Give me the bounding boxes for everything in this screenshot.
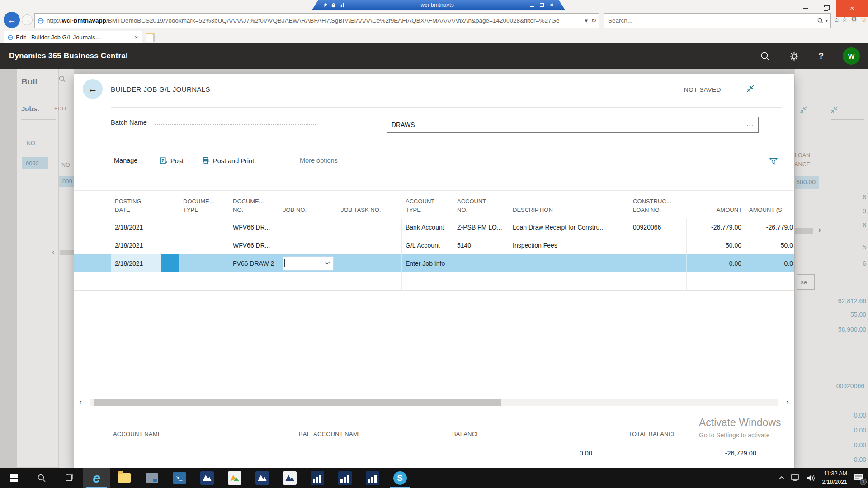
taskbar-dynamics-nav-icon[interactable] xyxy=(193,468,221,488)
taskbar-search-icon[interactable] xyxy=(28,468,55,488)
task-view-icon[interactable] xyxy=(55,468,83,488)
cell-construction-loan-no[interactable] xyxy=(629,236,687,254)
table-row[interactable]: 2/18/2021 WFV66 DR... G/L Account 5140 I… xyxy=(74,236,794,254)
cell-job-no[interactable] xyxy=(279,254,337,272)
help-icon[interactable]: ? xyxy=(818,51,824,61)
taskbar-dynamics-nav-icon[interactable] xyxy=(276,468,303,488)
batch-name-input[interactable] xyxy=(387,121,746,128)
new-tab-button[interactable] xyxy=(146,33,155,42)
cell-account-type[interactable]: Enter Job Info xyxy=(402,254,453,272)
start-button[interactable] xyxy=(0,468,28,488)
cell-description[interactable]: Loan Draw Receipt for Constru... xyxy=(509,218,629,236)
cell-construction-loan-no[interactable] xyxy=(629,254,687,272)
scrollbar-thumb[interactable] xyxy=(94,399,501,406)
cell-posting-date[interactable]: 2/18/2021 xyxy=(111,218,161,236)
search-input[interactable] xyxy=(604,17,817,24)
cell-job-task-no[interactable] xyxy=(337,236,402,254)
taskbar-report-chart-icon[interactable] xyxy=(303,468,331,488)
network-icon[interactable] xyxy=(791,474,800,482)
cell-account-no[interactable]: Z-PSB FM LO... xyxy=(453,218,509,236)
search-dropdown-icon[interactable]: ▾ xyxy=(826,18,828,23)
cell-document-type[interactable] xyxy=(179,254,229,272)
cell-amount-lcy[interactable]: 50.0 xyxy=(745,236,794,254)
col-job-task-no[interactable]: JOB TASK NO. xyxy=(337,206,402,218)
rdp-close-button[interactable]: × xyxy=(550,3,553,7)
cell-account-type[interactable]: G/L Account xyxy=(402,236,453,254)
col-document-type[interactable]: DOCUME... TYPE xyxy=(179,197,229,218)
taskbar-dynamics-nav-icon[interactable] xyxy=(248,468,276,488)
col-document-no[interactable]: DOCUME... NO. xyxy=(229,197,279,218)
col-amount[interactable]: AMOUNT xyxy=(687,206,745,218)
cell-document-no[interactable]: WFV66 DR... xyxy=(229,218,279,236)
post-and-print-button[interactable]: Post and Print xyxy=(202,157,254,164)
taskbar-powershell-icon[interactable]: >_ xyxy=(165,468,193,488)
job-no-input[interactable] xyxy=(285,260,324,267)
col-construction-loan-no[interactable]: CONSTRUC... LOAN NO. xyxy=(629,197,687,218)
tray-chevron-up-icon[interactable] xyxy=(778,476,785,480)
table-row-empty[interactable] xyxy=(74,272,794,291)
browser-tab[interactable]: Edit - Builder Job G/L Journals... × xyxy=(4,31,142,43)
cell-description[interactable]: Inspection Fees xyxy=(509,236,629,254)
cell-document-type[interactable] xyxy=(179,236,229,254)
back-button[interactable]: ← xyxy=(4,12,20,28)
cell-amount-lcy[interactable]: 0.0 xyxy=(745,254,794,272)
cell-job-no[interactable] xyxy=(279,218,337,236)
search-icon[interactable] xyxy=(817,17,824,24)
browser-restore-button[interactable] xyxy=(816,0,836,17)
app-search-icon[interactable] xyxy=(760,51,770,61)
job-no-combobox[interactable] xyxy=(283,257,333,270)
taskbar-ie-icon[interactable]: e xyxy=(83,468,110,488)
col-amount-lcy[interactable]: AMOUNT (S xyxy=(745,206,794,218)
cell-amount-lcy[interactable]: -26,779.0 xyxy=(745,218,794,236)
rdp-minimize-button[interactable] xyxy=(530,3,535,7)
app-gear-icon[interactable] xyxy=(789,51,799,61)
cell-description[interactable] xyxy=(509,254,629,272)
cell-account-no[interactable] xyxy=(453,254,509,272)
cell-posting-date[interactable]: 2/18/2021 xyxy=(111,236,161,254)
taskbar-report-chart-icon[interactable] xyxy=(331,468,359,488)
taskbar-server-manager-icon[interactable] xyxy=(138,468,165,488)
table-row[interactable]: 2/18/2021 WFV66 DR... Bank Account Z-PSB… xyxy=(74,218,794,236)
cell-amount[interactable]: 0.00 xyxy=(687,254,745,272)
browser-minimize-button[interactable] xyxy=(795,0,816,17)
taskbar-dynamics-icon[interactable] xyxy=(221,468,248,488)
rdp-restore-button[interactable] xyxy=(540,3,545,7)
selected-row-indicator[interactable] xyxy=(161,254,179,272)
action-center-icon[interactable]: 1 xyxy=(854,473,863,483)
dialog-back-button[interactable]: ← xyxy=(83,79,103,99)
col-account-type[interactable]: ACCOUNT TYPE xyxy=(402,197,453,218)
cell-posting-date[interactable]: 2/18/2021 xyxy=(111,254,161,272)
dialog-collapse-icon[interactable] xyxy=(746,84,755,93)
chevron-down-icon[interactable] xyxy=(324,261,330,265)
col-description[interactable]: DESCRIPTION xyxy=(509,206,629,218)
cell-amount[interactable]: 50.00 xyxy=(687,236,745,254)
col-posting-date[interactable]: POSTING DATE xyxy=(111,197,161,218)
forward-button[interactable]: → xyxy=(22,14,33,25)
taskbar-clock[interactable]: 11:32 AM 2/18/2021 xyxy=(822,469,847,486)
refresh-icon[interactable]: ↻ xyxy=(591,17,596,24)
scroll-right-icon[interactable]: › xyxy=(786,398,789,407)
taskbar-report-chart-icon[interactable] xyxy=(359,468,386,488)
volume-icon[interactable] xyxy=(807,474,816,482)
rdp-pin-icon[interactable] xyxy=(323,3,328,8)
cell-job-task-no[interactable] xyxy=(337,218,402,236)
taskbar-skype-icon[interactable]: S xyxy=(386,468,414,488)
cell-construction-loan-no[interactable]: 00920066 xyxy=(629,218,687,236)
post-button[interactable]: Post xyxy=(160,157,184,164)
address-bar[interactable]: http://wci-bmtnavapp/BMTDemoBCS2019/?boo… xyxy=(34,13,599,28)
col-job-no[interactable]: JOB NO. xyxy=(279,206,337,218)
taskbar-file-explorer-icon[interactable] xyxy=(110,468,138,488)
more-options-button[interactable]: More options xyxy=(300,157,338,164)
manage-button[interactable]: Manage xyxy=(114,157,137,164)
cell-job-no[interactable] xyxy=(279,236,337,254)
cell-document-no[interactable]: FV66 DRAW 2 xyxy=(229,254,279,272)
col-account-no[interactable]: ACCOUNT NO. xyxy=(453,197,509,218)
cell-document-no[interactable]: WFV66 DR... xyxy=(229,236,279,254)
cell-job-task-no[interactable] xyxy=(337,254,402,272)
cell-document-type[interactable] xyxy=(179,218,229,236)
batch-name-assist-button[interactable]: ... xyxy=(746,120,758,130)
cell-account-type[interactable]: Bank Account xyxy=(402,218,453,236)
scroll-left-icon[interactable]: ‹ xyxy=(79,398,82,407)
batch-name-field[interactable]: ... xyxy=(387,117,759,133)
browser-close-button[interactable]: × xyxy=(836,0,868,17)
